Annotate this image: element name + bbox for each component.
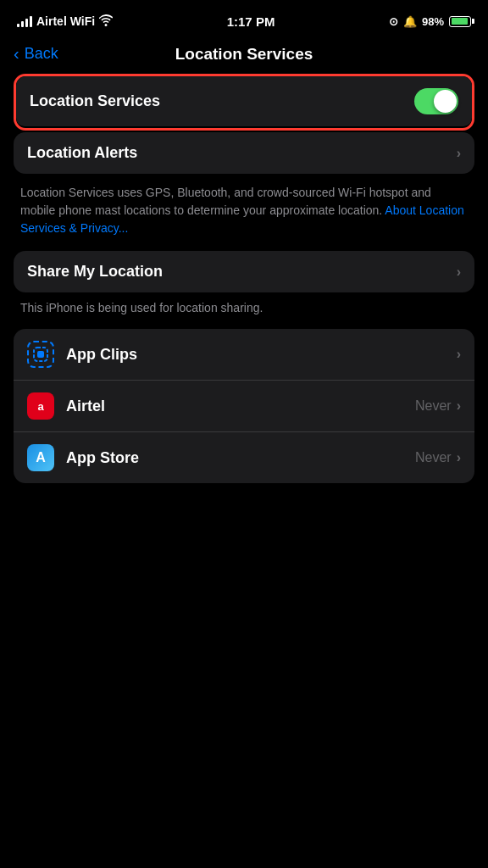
app-clips-left: App Clips	[27, 341, 137, 368]
location-services-label: Location Services	[30, 92, 160, 110]
description-section: Location Services uses GPS, Bluetooth, a…	[14, 175, 474, 251]
appstore-icon: A	[27, 444, 54, 471]
location-services-toggle[interactable]	[414, 88, 458, 114]
appstore-row[interactable]: A App Store Never ›	[14, 432, 474, 483]
app-clips-label: App Clips	[66, 346, 137, 364]
app-clips-icon	[27, 341, 54, 368]
appstore-label: App Store	[66, 449, 139, 467]
appstore-chevron-icon: ›	[457, 450, 461, 465]
back-chevron-icon: ‹	[14, 44, 19, 64]
airtel-left: a Airtel	[27, 392, 105, 420]
wifi-icon	[99, 14, 113, 29]
airtel-chevron-icon: ›	[457, 398, 461, 414]
appstore-left: A App Store	[27, 444, 139, 471]
airtel-row[interactable]: a Airtel Never ›	[14, 381, 474, 432]
status-right: ⊙ 🔔 98%	[389, 15, 471, 28]
share-my-location-label: Share My Location	[27, 263, 163, 281]
screen-time-icon: ⊙	[389, 15, 398, 28]
share-my-location-row[interactable]: Share My Location ›	[14, 251, 474, 292]
location-alerts-row[interactable]: Location Alerts ›	[14, 132, 474, 174]
alarm-icon: 🔔	[403, 15, 417, 28]
location-services-row: Location Services	[16, 76, 472, 126]
svg-text:A: A	[36, 450, 46, 465]
main-content: Location Services Location Alerts › Loca…	[0, 74, 488, 483]
nav-bar: ‹ Back Location Services	[0, 37, 488, 74]
status-time: 1:17 PM	[227, 14, 275, 29]
app-clips-chevron-icon: ›	[457, 347, 461, 362]
share-my-location-chevron-icon: ›	[457, 264, 461, 280]
carrier-label: Airtel WiFi	[36, 14, 95, 28]
description-text: Location Services uses GPS, Bluetooth, a…	[20, 186, 431, 217]
location-services-group: Location Services	[16, 76, 472, 126]
share-my-location-group: Share My Location ›	[14, 251, 474, 292]
location-alerts-chevron-icon: ›	[457, 146, 461, 161]
back-label: Back	[25, 45, 58, 63]
status-left: Airtel WiFi	[17, 14, 113, 29]
battery-percent-label: 98%	[422, 15, 444, 28]
status-bar: Airtel WiFi 1:17 PM ⊙ 🔔 98%	[0, 0, 488, 37]
toggle-thumb	[434, 90, 457, 113]
airtel-permission-label: Never	[415, 398, 452, 414]
appstore-permission-label: Never	[415, 450, 452, 465]
svg-text:a: a	[37, 400, 44, 413]
location-services-highlighted: Location Services	[14, 74, 474, 131]
location-alerts-group: Location Alerts ›	[14, 132, 474, 174]
airtel-right: Never ›	[415, 398, 461, 414]
appstore-right: Never ›	[415, 450, 461, 465]
battery-icon	[449, 16, 471, 27]
signal-bars-icon	[17, 15, 32, 27]
location-alerts-label: Location Alerts	[27, 144, 137, 162]
app-clips-row[interactable]: App Clips ›	[14, 329, 474, 381]
back-button[interactable]: ‹ Back	[14, 44, 58, 64]
svg-rect-1	[37, 351, 44, 358]
airtel-label: Airtel	[66, 398, 105, 415]
apps-list-group: App Clips › a Airtel Never ›	[14, 329, 474, 483]
airtel-icon: a	[27, 392, 54, 420]
page-title: Location Services	[175, 45, 313, 64]
share-my-location-description: This iPhone is being used for location s…	[14, 292, 474, 329]
app-clips-right: ›	[457, 347, 461, 362]
